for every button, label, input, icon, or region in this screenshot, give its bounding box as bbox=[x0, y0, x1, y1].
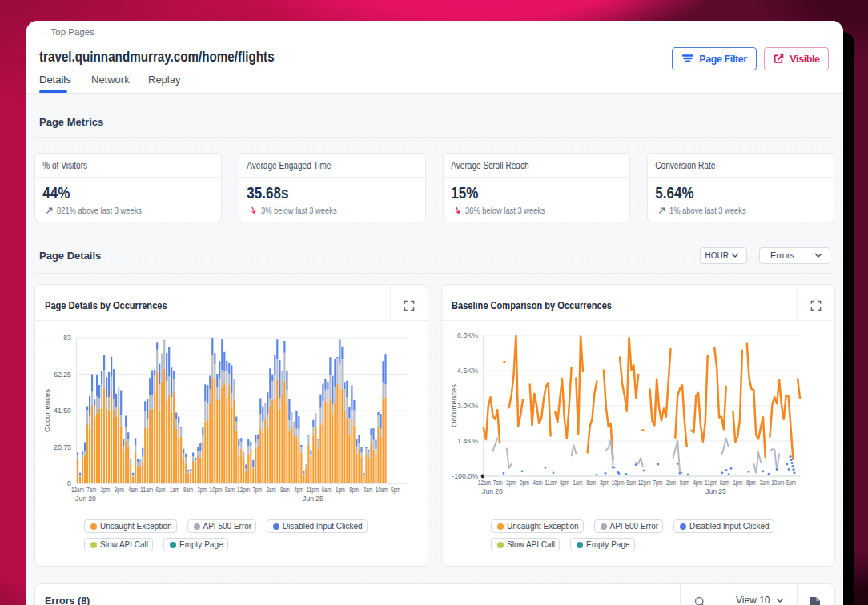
svg-text:-100.0%: -100.0% bbox=[452, 472, 478, 480]
svg-text:8am: 8am bbox=[183, 486, 193, 494]
svg-text:6pm: 6pm bbox=[156, 486, 166, 494]
svg-text:10pm: 10pm bbox=[612, 479, 625, 487]
svg-text:1am: 1am bbox=[170, 486, 179, 494]
svg-text:7pm: 7pm bbox=[653, 479, 663, 487]
svg-text:12pm: 12pm bbox=[638, 479, 651, 487]
svg-text:10am: 10am bbox=[771, 479, 784, 487]
svg-text:5am: 5am bbox=[225, 486, 235, 494]
svg-text:11am: 11am bbox=[140, 486, 153, 494]
svg-text:1pm: 1pm bbox=[733, 479, 742, 487]
svg-text:12pm: 12pm bbox=[237, 486, 250, 494]
svg-text:Jun 25: Jun 25 bbox=[303, 495, 323, 503]
svg-text:4am: 4am bbox=[533, 479, 543, 487]
svg-text:5pm: 5pm bbox=[391, 486, 400, 494]
svg-text:Jun 25: Jun 25 bbox=[705, 487, 726, 495]
svg-text:Occurrences: Occurrences bbox=[42, 389, 51, 432]
svg-text:9pm: 9pm bbox=[520, 479, 529, 487]
svg-text:83: 83 bbox=[63, 334, 71, 342]
svg-text:10pm: 10pm bbox=[210, 486, 223, 494]
svg-text:3am: 3am bbox=[364, 486, 373, 494]
svg-text:3.0K%: 3.0K% bbox=[457, 402, 478, 410]
svg-text:12am: 12am bbox=[71, 486, 84, 494]
svg-text:1pm: 1pm bbox=[336, 486, 345, 494]
svg-text:7am: 7am bbox=[493, 479, 503, 487]
svg-text:6pm: 6pm bbox=[560, 479, 569, 487]
svg-text:Occurrences: Occurrences bbox=[449, 384, 458, 427]
svg-text:62.25: 62.25 bbox=[54, 371, 71, 379]
svg-text:2pm: 2pm bbox=[101, 486, 111, 494]
svg-text:4am: 4am bbox=[128, 486, 138, 494]
svg-text:41.50: 41.50 bbox=[54, 407, 71, 415]
svg-text:6.0K%: 6.0K% bbox=[457, 331, 478, 339]
svg-text:6am: 6am bbox=[322, 486, 332, 494]
svg-text:11am: 11am bbox=[545, 479, 557, 487]
svg-text:8pm: 8pm bbox=[746, 479, 756, 487]
svg-text:11pm: 11pm bbox=[705, 479, 717, 487]
svg-text:3pm: 3pm bbox=[600, 479, 609, 487]
svg-text:4.5K%: 4.5K% bbox=[457, 367, 478, 375]
svg-text:10am: 10am bbox=[376, 486, 388, 494]
svg-text:7pm: 7pm bbox=[252, 486, 262, 494]
svg-text:8am: 8am bbox=[586, 479, 596, 487]
svg-text:11pm: 11pm bbox=[306, 486, 319, 494]
svg-text:3pm: 3pm bbox=[197, 486, 207, 494]
svg-text:20.75: 20.75 bbox=[54, 443, 71, 451]
svg-text:Jun 20: Jun 20 bbox=[482, 487, 503, 495]
svg-text:2am: 2am bbox=[666, 479, 676, 487]
svg-text:9am: 9am bbox=[680, 479, 689, 487]
svg-text:7am: 7am bbox=[86, 486, 96, 494]
svg-text:4pm: 4pm bbox=[693, 479, 702, 487]
svg-text:Jun 20: Jun 20 bbox=[75, 495, 96, 503]
svg-text:9pm: 9pm bbox=[115, 486, 124, 494]
svg-text:9am: 9am bbox=[280, 486, 290, 494]
svg-text:1.4K%: 1.4K% bbox=[457, 437, 478, 445]
svg-text:5am: 5am bbox=[626, 479, 636, 487]
svg-text:4pm: 4pm bbox=[294, 486, 303, 494]
svg-text:2am: 2am bbox=[267, 486, 276, 494]
svg-text:5pm: 5pm bbox=[786, 479, 796, 487]
svg-text:3am: 3am bbox=[760, 479, 770, 487]
svg-text:6am: 6am bbox=[720, 479, 729, 487]
svg-text:1am: 1am bbox=[573, 479, 583, 487]
svg-text:8pm: 8pm bbox=[349, 486, 359, 494]
svg-text:2pm: 2pm bbox=[506, 479, 516, 487]
svg-text:12am: 12am bbox=[478, 479, 491, 487]
